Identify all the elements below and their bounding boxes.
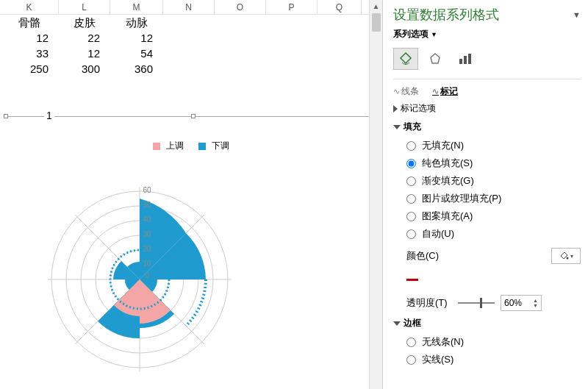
svg-text:50: 50 (143, 201, 151, 209)
col-Q[interactable]: Q (318, 0, 362, 14)
fill-gradient-radio[interactable]: 渐变填充(G) (406, 174, 581, 188)
table-row: 33 12 54 (0, 46, 382, 61)
cell-header-K[interactable]: 骨骼 (0, 15, 59, 30)
chart-selection-label: 1 (44, 110, 54, 121)
border-solid-radio[interactable]: 实线(S) (406, 353, 581, 366)
table-row: 12 22 12 (0, 30, 382, 46)
cell[interactable]: 12 (0, 30, 59, 46)
vertical-scrollbar[interactable]: ▲ (369, 0, 382, 389)
fill-picture-radio[interactable]: 图片或纹理填充(P) (406, 192, 581, 205)
col-M[interactable]: M (110, 0, 163, 14)
color-label: 颜色(C) (406, 249, 458, 263)
paint-bucket-icon (559, 251, 569, 261)
col-L[interactable]: L (59, 0, 110, 14)
fill-line-icon[interactable] (393, 48, 418, 70)
tab-line[interactable]: ∿线条 (393, 85, 419, 98)
col-N[interactable]: N (163, 0, 215, 14)
chart-legend: 上调 下调 (0, 140, 382, 152)
color-picker-button[interactable]: ▾ (551, 248, 581, 264)
format-pane: 设置数据系列格式 ▼ 系列选项▼ ∿线条 ∿标记 标记选项 填充 无填充(N) … (382, 0, 588, 389)
legend-label-down[interactable]: 下调 (212, 140, 229, 151)
transparency-label: 透明度(T) (406, 296, 458, 310)
legend-swatch-down (198, 143, 206, 150)
table-header-row: 骨骼 皮肤 动脉 (0, 15, 382, 30)
chart-selection-bar[interactable]: 1 (4, 116, 379, 129)
fill-solid-radio[interactable]: 纯色填充(S) (406, 157, 581, 170)
cell[interactable]: 22 (59, 30, 110, 46)
table-row: 250 300 360 (0, 61, 382, 76)
legend-swatch-up (153, 143, 160, 150)
cell[interactable]: 250 (0, 61, 59, 76)
cell-header-M[interactable]: 动脉 (110, 15, 163, 30)
svg-text:40: 40 (143, 215, 151, 224)
cell[interactable]: 12 (59, 46, 110, 61)
border-section-header[interactable]: 边框 (393, 317, 581, 329)
legend-label-up[interactable]: 上调 (166, 140, 184, 151)
series-options-dropdown[interactable]: 系列选项▼ (393, 28, 581, 40)
fill-section-header[interactable]: 填充 (393, 121, 581, 133)
cell[interactable]: 33 (0, 46, 59, 61)
panel-dropdown-icon[interactable]: ▼ (573, 10, 581, 19)
svg-text:30: 30 (143, 230, 151, 238)
transparency-spinner[interactable]: 60% ▲▼ (501, 295, 542, 311)
svg-text:10: 10 (143, 260, 151, 268)
col-P[interactable]: P (266, 0, 318, 14)
svg-rect-25 (468, 54, 471, 64)
panel-title: 设置数据系列格式 (393, 6, 499, 24)
cell[interactable]: 12 (110, 30, 163, 46)
radar-chart[interactable]: 01020 304050 60 (29, 158, 250, 379)
col-O[interactable]: O (215, 0, 266, 14)
marker-options-header[interactable]: 标记选项 (393, 102, 581, 115)
cell-header-L[interactable]: 皮肤 (59, 15, 110, 30)
scroll-up-icon[interactable]: ▲ (370, 0, 382, 13)
cell[interactable]: 54 (110, 46, 163, 61)
svg-marker-22 (431, 54, 440, 63)
svg-rect-24 (464, 56, 467, 64)
column-header-row: K L M N O P Q (0, 0, 382, 15)
tab-marker[interactable]: ∿标记 (432, 85, 458, 98)
svg-rect-23 (459, 59, 462, 64)
cell[interactable]: 300 (59, 61, 110, 76)
svg-text:60: 60 (143, 186, 151, 194)
transparency-slider[interactable] (458, 302, 495, 304)
color-swatch (406, 279, 418, 281)
svg-point-26 (567, 257, 569, 260)
scroll-thumb[interactable] (372, 13, 381, 32)
cell[interactable]: 360 (110, 61, 163, 76)
series-options-icon[interactable] (452, 48, 477, 70)
svg-text:20: 20 (143, 245, 151, 253)
border-none-radio[interactable]: 无线条(N) (406, 335, 581, 349)
col-K[interactable]: K (0, 0, 59, 14)
fill-auto-radio[interactable]: 自动(U) (406, 227, 581, 240)
fill-pattern-radio[interactable]: 图案填充(A) (406, 210, 581, 223)
effects-icon[interactable] (423, 48, 448, 70)
fill-none-radio[interactable]: 无填充(N) (406, 139, 581, 152)
svg-text:0: 0 (145, 271, 149, 279)
